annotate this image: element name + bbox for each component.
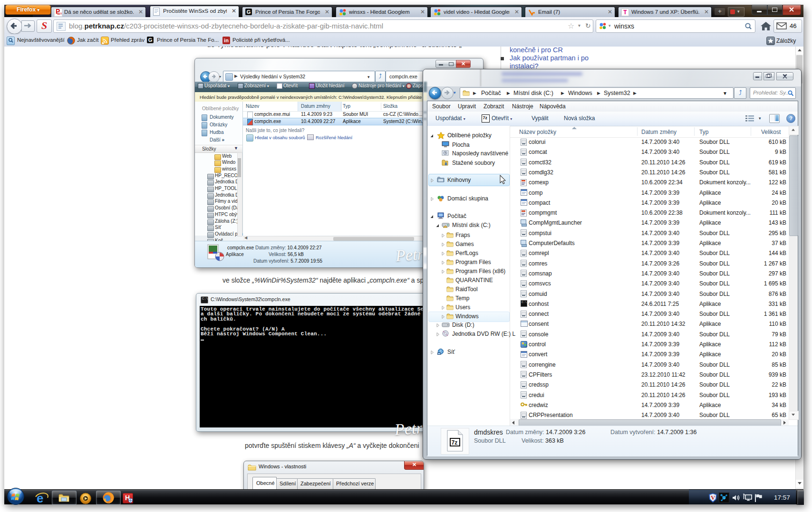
svg-text:V: V [711, 494, 715, 501]
svg-text:7z: 7z [452, 439, 458, 446]
